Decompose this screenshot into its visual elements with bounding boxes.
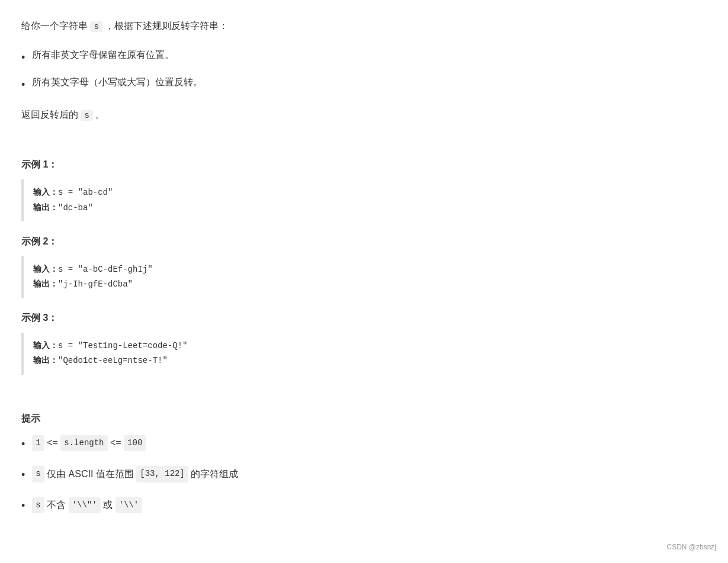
hint-item-2: • s 仅由 ASCII 值在范围 [33, 122] 的字符组成: [21, 464, 704, 484]
example-2-output-line: 输出："j-Ih-gfE-dCba": [33, 277, 695, 292]
example-2-output-value: "j-Ih-gfE-dCba": [58, 279, 133, 289]
example-1: 示例 1： 输入：s = "ab-cd" 输出："dc-ba": [21, 159, 704, 221]
bullet-dot-1: •: [21, 48, 25, 67]
return-paragraph: 返回反转后的 s 。: [21, 107, 704, 124]
hint-3-code-2: '\\"': [69, 497, 101, 513]
hint-list: • 1 <= s.length <= 100 • s 仅由 ASCII 值在范围…: [21, 433, 704, 516]
example-2-input-line: 输入：s = "a-bC-dEf-ghIj": [33, 262, 695, 277]
hint-1-text-1: <=: [44, 435, 61, 452]
examples-section: 示例 1： 输入：s = "ab-cd" 输出："dc-ba" 示例 2： 输入…: [21, 159, 704, 374]
hint-bullet-3: •: [21, 496, 25, 515]
example-2-code: 输入：s = "a-bC-dEf-ghIj" 输出："j-Ih-gfE-dCba…: [21, 256, 704, 298]
example-3: 示例 3： 输入：s = "Test1ng-Leet=code-Q!" 输出："…: [21, 312, 704, 374]
intro-text-suffix: ，根据下述规则反转字符串：: [102, 21, 228, 31]
hint-1-code-2: s.length: [60, 435, 107, 451]
example-3-output-line: 输出："Qedo1ct-eeLg=ntse-T!": [33, 353, 695, 368]
example-3-input-label: 输入：: [33, 341, 58, 350]
example-3-input-value: s = "Test1ng-Leet=code-Q!": [58, 341, 187, 350]
hint-2-code-1: s: [32, 466, 44, 482]
hint-3-code-1: s: [32, 497, 44, 513]
example-1-input-label: 输入：: [33, 188, 58, 197]
hint-1-code-3: 100: [124, 435, 146, 451]
rule-item-2: • 所有英文字母（小写或大写）位置反转。: [21, 74, 704, 94]
example-1-input-line: 输入：s = "ab-cd": [33, 185, 695, 200]
example-1-output-value: "dc-ba": [58, 203, 93, 213]
example-3-input-line: 输入：s = "Test1ng-Leet=code-Q!": [33, 339, 695, 353]
rule-item-1: • 所有非英文字母保留在原有位置。: [21, 47, 704, 67]
example-1-title: 示例 1：: [21, 159, 704, 171]
example-3-code: 输入：s = "Test1ng-Leet=code-Q!" 输出："Qedo1c…: [21, 333, 704, 374]
rule-list: • 所有非英文字母保留在原有位置。 • 所有英文字母（小写或大写）位置反转。: [21, 47, 704, 95]
example-1-output-line: 输出："dc-ba": [33, 201, 695, 215]
example-1-input-value: s = "ab-cd": [58, 188, 113, 197]
intro-paragraph: 给你一个字符串 s ，根据下述规则反转字符串：: [21, 18, 704, 35]
rule-text-2: 所有英文字母（小写或大写）位置反转。: [32, 74, 203, 91]
brand-text: CSDN @zbsnzj: [666, 543, 716, 551]
hint-item-3: • s 不含 '\\"' 或 '\\': [21, 495, 704, 515]
example-3-output-value: "Qedo1ct-eeLg=ntse-T!": [58, 356, 168, 365]
hint-1-code-1: 1: [32, 435, 44, 451]
rule-text-1: 所有非英文字母保留在原有位置。: [32, 47, 174, 64]
hint-3-text-1: 不含: [44, 497, 69, 514]
example-2-title: 示例 2：: [21, 236, 704, 248]
example-2: 示例 2： 输入：s = "a-bC-dEf-ghIj" 输出："j-Ih-gf…: [21, 236, 704, 298]
hint-item-1: • 1 <= s.length <= 100: [21, 433, 704, 453]
hint-3-code-3: '\\': [116, 497, 143, 513]
hint-2-text-1: 仅由 ASCII 值在范围: [44, 466, 137, 483]
example-1-code: 输入：s = "ab-cd" 输出："dc-ba": [21, 179, 704, 221]
bullet-dot-2: •: [21, 75, 25, 94]
return-suffix: 。: [93, 110, 105, 120]
hint-1-text-2: <=: [108, 435, 124, 452]
hint-3-text-2: 或: [101, 497, 116, 514]
return-prefix: 返回反转后的: [21, 110, 81, 120]
divider-1: [21, 141, 704, 159]
example-3-output-label: 输出：: [33, 356, 58, 365]
hint-2-code-2: [33, 122]: [136, 466, 188, 482]
intro-var-s: s: [90, 21, 102, 32]
divider-2: [21, 389, 704, 407]
hint-2-text-2: 的字符组成: [188, 466, 238, 483]
hint-bullet-2: •: [21, 465, 25, 484]
example-1-output-label: 输出：: [33, 203, 58, 213]
hint-section: 提示 • 1 <= s.length <= 100 • s 仅由 ASCII 值…: [21, 413, 704, 516]
example-2-input-value: s = "a-bC-dEf-ghIj": [58, 265, 153, 274]
example-2-input-label: 输入：: [33, 265, 58, 274]
example-3-title: 示例 3：: [21, 312, 704, 324]
return-var-s: s: [81, 110, 92, 121]
hint-bullet-1: •: [21, 435, 25, 453]
example-2-output-label: 输出：: [33, 279, 58, 289]
hint-title: 提示: [21, 413, 704, 425]
footer-brand: CSDN @zbsnzj: [666, 543, 716, 551]
intro-text-prefix: 给你一个字符串: [21, 21, 90, 31]
